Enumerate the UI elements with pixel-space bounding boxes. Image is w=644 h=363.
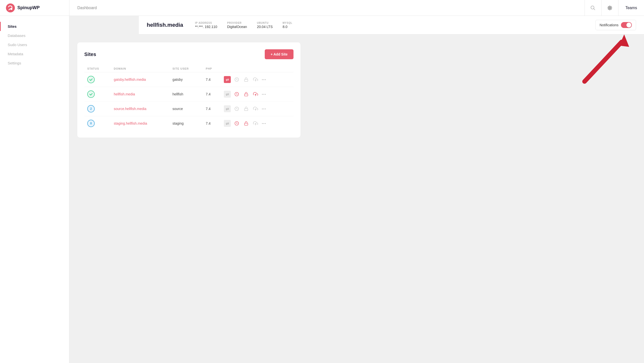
site-user-cell: staging bbox=[170, 116, 203, 131]
actions-cell: git⋯ bbox=[221, 102, 294, 116]
sites-table: STATUS DOMAIN SITE USER PHP gatsby.hellf… bbox=[84, 65, 294, 131]
site-user-cell: source bbox=[170, 102, 203, 116]
more-options-button[interactable]: ⋯ bbox=[262, 121, 266, 126]
server-name: hellfish.media bbox=[147, 22, 183, 28]
svg-line-3 bbox=[594, 8, 595, 10]
settings-button[interactable] bbox=[601, 0, 618, 15]
sidebar-item-settings[interactable]: Settings bbox=[0, 58, 69, 68]
col-php: PHP bbox=[203, 65, 221, 72]
provider-field: PROVIDER DigitalOcean bbox=[227, 21, 247, 29]
nav-title: Dashboard bbox=[77, 6, 97, 10]
domain-link[interactable]: gatsby.hellfish.media bbox=[114, 77, 146, 81]
php-cell: 7.4 bbox=[203, 87, 221, 102]
table-row: gatsby.hellfish.mediagatsby7.4git⋯ bbox=[84, 72, 294, 87]
svg-marker-4 bbox=[619, 34, 629, 47]
svg-point-0 bbox=[6, 3, 15, 12]
cloud-icon[interactable] bbox=[252, 91, 259, 98]
domain-cell: gatsby.hellfish.media bbox=[111, 72, 170, 87]
spinupwp-logo-icon bbox=[6, 3, 15, 12]
main-layout: Sites Databases Sudo Users Metadata Sett… bbox=[0, 16, 644, 363]
domain-link[interactable]: staging.hellfish.media bbox=[114, 121, 147, 125]
domain-cell: source.hellfish.media bbox=[111, 102, 170, 116]
ssl-lock-icon[interactable] bbox=[243, 91, 250, 98]
svg-point-1 bbox=[10, 8, 12, 10]
svg-rect-10 bbox=[245, 94, 248, 96]
status-cell: 2 bbox=[84, 102, 111, 116]
server-meta: IP ADDRESS **.***. 192.110 PROVIDER Digi… bbox=[195, 21, 292, 29]
col-status: STATUS bbox=[84, 65, 111, 72]
cloud-icon[interactable] bbox=[252, 120, 259, 127]
speed-icon[interactable] bbox=[233, 91, 240, 98]
status-cell bbox=[84, 72, 111, 87]
col-domain: DOMAIN bbox=[111, 65, 170, 72]
ssl-lock-icon[interactable] bbox=[243, 105, 250, 112]
nav-right: Teams bbox=[584, 0, 644, 15]
actions-cell: git⋯ bbox=[221, 72, 294, 87]
ubuntu-field: UBUNTU 20.04 LTS bbox=[257, 21, 273, 29]
top-nav: SpinupWP Dashboard Teams bbox=[0, 0, 644, 16]
server-header: hellfish.media IP ADDRESS **.***. 192.11… bbox=[139, 16, 644, 34]
arrow-annotation bbox=[570, 34, 639, 86]
gear-icon bbox=[607, 5, 612, 11]
ssl-lock-icon[interactable] bbox=[243, 120, 250, 127]
more-options-button[interactable]: ⋯ bbox=[262, 91, 266, 97]
mysql-field: MYSQL 8.0 bbox=[282, 21, 292, 29]
sidebar-item-metadata[interactable]: Metadata bbox=[0, 49, 69, 58]
more-options-button[interactable]: ⋯ bbox=[262, 106, 266, 111]
git-icon[interactable]: git bbox=[224, 105, 231, 112]
speed-icon[interactable] bbox=[233, 105, 240, 112]
domain-link[interactable]: source.hellfish.media bbox=[114, 107, 146, 111]
svg-rect-16 bbox=[245, 123, 248, 125]
notifications-toggle[interactable] bbox=[621, 22, 632, 28]
svg-point-2 bbox=[591, 6, 594, 9]
table-row: 2source.hellfish.mediasource7.4git⋯ bbox=[84, 102, 294, 116]
logo-area: SpinupWP bbox=[0, 0, 70, 15]
status-cell bbox=[84, 87, 111, 102]
actions-cell: git⋯ bbox=[221, 87, 294, 102]
site-user-cell: hellfish bbox=[170, 87, 203, 102]
cloud-icon[interactable] bbox=[252, 76, 259, 83]
logo-text: SpinupWP bbox=[17, 5, 40, 10]
actions-cell: git⋯ bbox=[221, 116, 294, 131]
git-icon[interactable]: git bbox=[224, 120, 231, 127]
nav-center: Dashboard bbox=[70, 6, 584, 10]
search-icon bbox=[590, 5, 596, 10]
sidebar-item-databases[interactable]: Databases bbox=[0, 31, 69, 40]
svg-line-5 bbox=[584, 42, 622, 81]
svg-rect-7 bbox=[245, 79, 248, 81]
sites-card-title: Sites bbox=[84, 51, 96, 57]
sidebar-item-sites[interactable]: Sites bbox=[0, 22, 69, 31]
php-cell: 7.4 bbox=[203, 72, 221, 87]
notifications-toggle-area: Notifications bbox=[596, 20, 636, 30]
ssl-lock-icon[interactable] bbox=[243, 76, 250, 83]
git-icon[interactable]: git bbox=[224, 91, 231, 98]
domain-link[interactable]: hellfish.media bbox=[114, 92, 135, 96]
notifications-label: Notifications bbox=[600, 23, 618, 27]
teams-button[interactable]: Teams bbox=[618, 0, 644, 15]
sites-card-header: Sites + Add Site bbox=[84, 49, 294, 59]
site-user-cell: gatsby bbox=[170, 72, 203, 87]
svg-rect-13 bbox=[245, 108, 248, 110]
table-row: 8staging.hellfish.mediastaging7.4git⋯ bbox=[84, 116, 294, 131]
domain-cell: staging.hellfish.media bbox=[111, 116, 170, 131]
php-cell: 7.4 bbox=[203, 116, 221, 131]
git-icon[interactable]: git bbox=[224, 76, 231, 83]
status-cell: 8 bbox=[84, 116, 111, 131]
php-cell: 7.4 bbox=[203, 102, 221, 116]
domain-cell: hellfish.media bbox=[111, 87, 170, 102]
sidebar-item-sudo-users[interactable]: Sudo Users bbox=[0, 40, 69, 49]
add-site-button[interactable]: + Add Site bbox=[265, 49, 294, 59]
toggle-knob bbox=[626, 22, 631, 27]
content-area: Sites + Add Site STATUS DOMAIN SITE USER… bbox=[70, 34, 644, 363]
speed-icon[interactable] bbox=[233, 120, 240, 127]
col-site-user: SITE USER bbox=[170, 65, 203, 72]
more-options-button[interactable]: ⋯ bbox=[262, 77, 266, 82]
search-button[interactable] bbox=[584, 0, 601, 15]
cloud-icon[interactable] bbox=[252, 105, 259, 112]
sites-card: Sites + Add Site STATUS DOMAIN SITE USER… bbox=[77, 42, 300, 137]
sidebar: Sites Databases Sudo Users Metadata Sett… bbox=[0, 16, 70, 363]
speed-icon[interactable] bbox=[233, 76, 240, 83]
table-row: hellfish.mediahellfish7.4git⋯ bbox=[84, 87, 294, 102]
ip-address-field: IP ADDRESS **.***. 192.110 bbox=[195, 21, 218, 29]
